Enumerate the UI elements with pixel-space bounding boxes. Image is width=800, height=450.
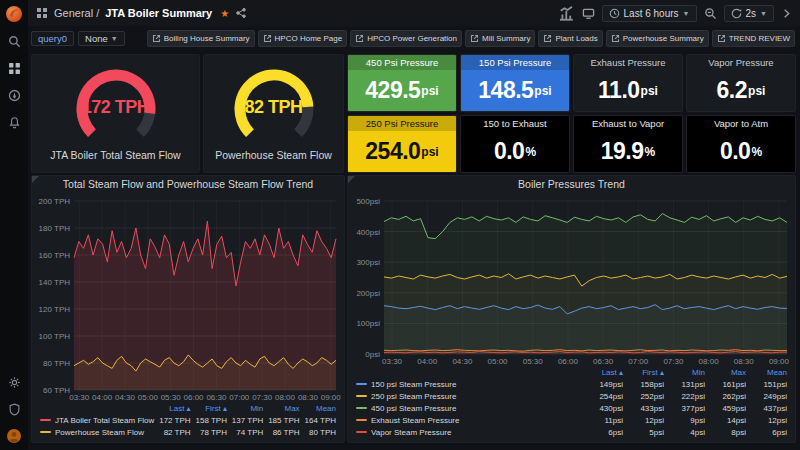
external-link-icon xyxy=(355,34,364,43)
svg-text:06:30: 06:30 xyxy=(593,357,614,366)
legend-series-toggle[interactable]: 450 psi Steam Pressure xyxy=(354,403,584,415)
legend-sort-header[interactable]: Last ▴ xyxy=(584,367,625,379)
dashboard-links: Boiling House SummaryHPCO Home PageHPCO … xyxy=(147,30,795,47)
favorite-star-icon[interactable]: ★ xyxy=(220,8,229,19)
legend-row: JTA Boiler Total Steam Flow172 TPH158 TP… xyxy=(38,415,338,427)
tv-cycle-view-icon[interactable] xyxy=(582,7,595,20)
legend-sort-header[interactable]: Mean xyxy=(748,367,789,379)
admin-shield-icon[interactable] xyxy=(5,400,23,418)
series-color-marker xyxy=(356,419,367,421)
svg-text:07:00: 07:00 xyxy=(229,393,250,402)
svg-text:120 TPH: 120 TPH xyxy=(39,305,71,314)
share-icon[interactable] xyxy=(235,7,247,19)
legend-sort-header[interactable]: First ▴ xyxy=(625,367,666,379)
legend-sort-header[interactable]: Min xyxy=(666,367,707,379)
search-icon[interactable] xyxy=(5,32,23,50)
dashboard-link[interactable]: Boiling House Summary xyxy=(147,30,255,47)
settings-gear-icon[interactable] xyxy=(5,373,23,391)
stat-title: 450 Psi Pressure xyxy=(348,55,456,70)
panel-links-corner[interactable] xyxy=(348,176,355,183)
series-color-marker xyxy=(356,395,367,397)
stat-title: Exhaust Pressure xyxy=(574,55,682,70)
svg-text:08:30: 08:30 xyxy=(734,357,755,366)
legend-series-toggle[interactable]: 150 psi Steam Pressure xyxy=(354,379,584,391)
svg-text:60 TPH: 60 TPH xyxy=(43,386,70,395)
dashboard-link-label: HPCO Power Generation xyxy=(367,34,457,43)
legend-sort-header[interactable]: First ▴ xyxy=(193,403,229,415)
svg-text:160 TPH: 160 TPH xyxy=(39,251,71,260)
svg-text:08:00: 08:00 xyxy=(699,357,720,366)
sidebar xyxy=(0,0,28,450)
external-link-icon xyxy=(611,34,620,43)
dashboard-link-label: TREND REVIEW xyxy=(729,34,790,43)
legend-sort-header[interactable]: Max xyxy=(707,367,748,379)
boiler-pressures-trend-chart[interactable]: 0psi100psi200psi300psi400psi500psi03:300… xyxy=(348,193,795,367)
legend-series-toggle[interactable]: Vapor Steam Pressure xyxy=(354,427,584,439)
legend-series-toggle[interactable]: Powerhouse Steam Flow xyxy=(38,427,156,439)
svg-text:03:30: 03:30 xyxy=(382,357,403,366)
zoom-out-icon[interactable] xyxy=(704,7,717,20)
svg-text:80 TPH: 80 TPH xyxy=(43,359,70,368)
analytics-icon[interactable] xyxy=(557,4,575,22)
legend-row: Vapor Steam Pressure6psi5psi4psi8psi6psi xyxy=(354,427,789,439)
svg-text:200psi: 200psi xyxy=(356,289,380,298)
legend-sort-header[interactable]: Min xyxy=(229,403,265,415)
stat-panel: 450 Psi Pressure429.5psi xyxy=(347,54,457,112)
gauge-title: JTA Boiler Total Steam Flow xyxy=(32,149,199,161)
dashboard-link[interactable]: Plant Loads xyxy=(538,30,602,47)
alerting-bell-icon[interactable] xyxy=(5,113,23,131)
explore-compass-icon[interactable] xyxy=(5,86,23,104)
dashboard-link[interactable]: HPCO Home Page xyxy=(258,30,348,47)
panel-boiler-pressures-trend: Boiler Pressures Trend 0psi100psi200psi3… xyxy=(347,175,796,443)
stat-value: 0.0 % xyxy=(461,131,569,172)
breadcrumb-folder[interactable]: General / xyxy=(54,7,99,19)
stat-panel: Exhaust Pressure11.0psi xyxy=(573,54,683,112)
dashboard-link[interactable]: HPCO Power Generation xyxy=(350,30,462,47)
gauge: 82 TPH xyxy=(204,63,343,147)
clock-icon xyxy=(609,8,620,19)
dashboard-link[interactable]: Powerhouse Summary xyxy=(606,30,709,47)
panel-title[interactable]: Total Steam Flow and Powerhouse Steam Fl… xyxy=(32,176,344,193)
topbar-actions: Last 6 hours ▼ 2s ▼ xyxy=(557,4,792,22)
svg-text:08:00: 08:00 xyxy=(275,393,296,402)
svg-text:05:00: 05:00 xyxy=(138,393,159,402)
svg-text:07:00: 07:00 xyxy=(628,357,649,366)
legend-series-toggle[interactable]: Exhaust Steam Pressure xyxy=(354,415,584,427)
stat-value: 148.5psi xyxy=(461,70,569,111)
variable-value-dropdown[interactable]: None ▼ xyxy=(78,31,125,46)
legend-series-toggle[interactable]: 250 psi Steam Pressure xyxy=(354,391,584,403)
dashboard-link[interactable]: TREND REVIEW xyxy=(712,30,795,47)
svg-text:03:30: 03:30 xyxy=(69,393,90,402)
svg-text:04:30: 04:30 xyxy=(115,393,136,402)
dashboard-link[interactable]: Mill Summary xyxy=(465,30,535,47)
svg-text:400psi: 400psi xyxy=(356,228,380,237)
variable-label-chip[interactable]: query0 xyxy=(31,31,74,46)
svg-text:04:00: 04:00 xyxy=(417,357,438,366)
legend-series-toggle[interactable]: JTA Boiler Total Steam Flow xyxy=(38,415,156,427)
panel-title[interactable]: Boiler Pressures Trend xyxy=(348,176,795,193)
external-link-icon xyxy=(263,34,272,43)
variable-value: None xyxy=(85,33,108,44)
time-range-picker[interactable]: Last 6 hours ▼ xyxy=(602,5,697,22)
panel-links-corner[interactable] xyxy=(32,176,39,183)
svg-text:04:30: 04:30 xyxy=(452,357,473,366)
stat-title: 150 to Exhaust xyxy=(461,116,569,131)
grafana-logo[interactable] xyxy=(5,5,23,23)
dashboards-grid-icon[interactable] xyxy=(5,59,23,77)
refresh-picker[interactable]: 2s ▼ xyxy=(724,5,775,22)
chevron-right-icon[interactable] xyxy=(781,8,792,19)
svg-text:140 TPH: 140 TPH xyxy=(39,278,71,287)
sidebar-bottom xyxy=(5,373,23,445)
user-avatar[interactable] xyxy=(5,427,23,445)
svg-text:0psi: 0psi xyxy=(365,350,380,359)
steam-flow-trend-chart[interactable]: 60 TPH80 TPH100 TPH120 TPH140 TPH160 TPH… xyxy=(32,193,344,403)
legend-sort-header[interactable]: Max xyxy=(265,403,301,415)
legend-sort-header[interactable]: Last ▴ xyxy=(156,403,192,415)
external-link-icon xyxy=(717,34,726,43)
panel-powerhouse-steam-flow-gauge: 82 TPHPowerhouse Steam Flow xyxy=(203,54,344,173)
svg-text:09:00: 09:00 xyxy=(769,357,790,366)
panel-jta-boiler-total-steam-flow-gauge: 172 TPHJTA Boiler Total Steam Flow xyxy=(31,54,200,173)
external-link-icon xyxy=(152,34,161,43)
legend-sort-header[interactable]: Mean xyxy=(302,403,338,415)
svg-text:05:30: 05:30 xyxy=(523,357,544,366)
